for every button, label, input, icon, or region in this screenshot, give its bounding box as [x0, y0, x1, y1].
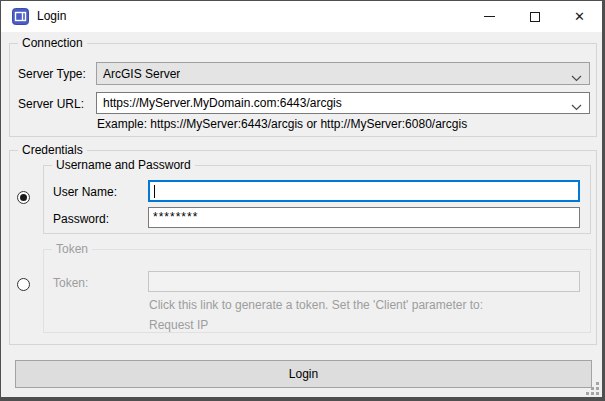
token-label: Token: [53, 276, 88, 290]
server-url-value: https://MyServer.MyDomain.com:6443/arcgi… [103, 96, 342, 110]
resize-grip-icon[interactable] [585, 381, 599, 395]
minimize-icon [484, 16, 495, 17]
server-type-value: ArcGIS Server [103, 67, 180, 81]
maximize-icon [530, 12, 540, 22]
token-hint-text: Click this link to generate a token. Set… [149, 298, 483, 312]
credentials-legend: Credentials [18, 143, 87, 158]
screen: Login ✕ Connection Server Type: ArcGIS S… [0, 0, 605, 401]
server-type-combobox[interactable]: ArcGIS Server [96, 62, 590, 85]
text-caret [154, 185, 155, 198]
close-button[interactable]: ✕ [557, 1, 602, 32]
token-radio[interactable] [17, 278, 30, 291]
app-window-icon [12, 8, 29, 25]
username-password-radio[interactable] [17, 191, 30, 204]
titlebar[interactable]: Login ✕ [1, 1, 602, 32]
maximize-button[interactable] [512, 1, 557, 32]
password-label: Password: [53, 212, 109, 226]
token-legend: Token [52, 242, 92, 257]
chevron-down-icon [571, 71, 582, 85]
username-password-legend: Username and Password [52, 158, 195, 173]
token-input [148, 271, 580, 292]
minimize-button[interactable] [467, 1, 512, 32]
server-url-combobox[interactable]: https://MyServer.MyDomain.com:6443/arcgi… [96, 92, 590, 114]
close-icon: ✕ [574, 9, 585, 24]
login-button[interactable]: Login [15, 360, 592, 388]
login-dialog: Login ✕ Connection Server Type: ArcGIS S… [1, 1, 602, 397]
window-title: Login [37, 9, 66, 23]
server-url-example: Example: https://MyServer:6443/arcgis or… [97, 117, 467, 131]
password-input[interactable]: ******** [148, 207, 580, 228]
login-button-label: Login [289, 367, 318, 381]
token-client-value: Request IP [149, 318, 208, 332]
server-type-label: Server Type: [18, 67, 86, 81]
server-url-label: Server URL: [18, 97, 84, 111]
username-input[interactable] [148, 180, 580, 202]
chevron-down-icon [571, 100, 582, 114]
password-masked-value: ******** [153, 210, 198, 224]
username-label: User Name: [53, 185, 117, 199]
connection-legend: Connection [18, 36, 87, 51]
